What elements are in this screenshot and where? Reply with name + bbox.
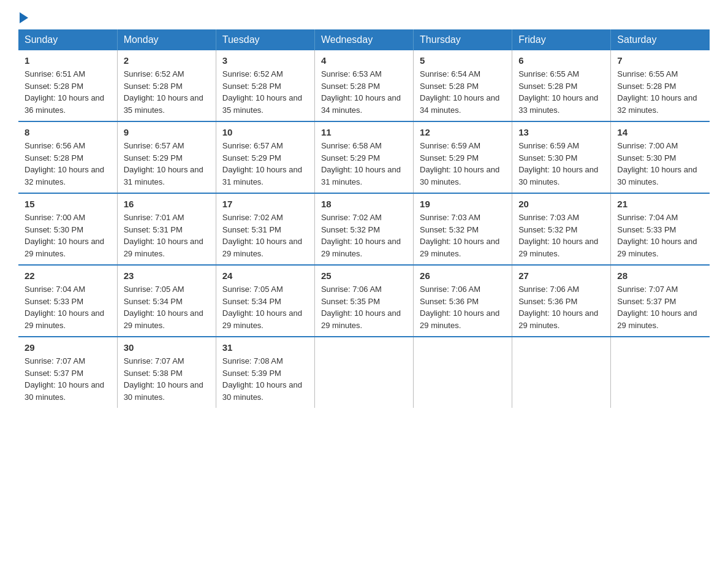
day-number: 24 bbox=[222, 270, 308, 281]
day-number: 19 bbox=[420, 199, 506, 209]
sunrise-label: Sunrise: 7:07 AM bbox=[124, 356, 184, 366]
sunset-label: Sunset: 5:39 PM bbox=[222, 369, 281, 378]
day-info: Sunrise: 6:57 AM Sunset: 5:29 PM Dayligh… bbox=[222, 140, 308, 188]
logo-arrow-icon bbox=[20, 12, 28, 23]
day-info: Sunrise: 7:07 AM Sunset: 5:37 PM Dayligh… bbox=[617, 283, 703, 331]
sunset-label: Sunset: 5:28 PM bbox=[25, 153, 83, 163]
day-number: 16 bbox=[124, 199, 210, 209]
sunset-label: Sunset: 5:28 PM bbox=[124, 82, 183, 91]
sunset-label: Sunset: 5:29 PM bbox=[321, 153, 380, 163]
sunrise-label: Sunrise: 6:52 AM bbox=[124, 69, 184, 79]
day-info: Sunrise: 7:07 AM Sunset: 5:38 PM Dayligh… bbox=[124, 355, 210, 403]
day-number: 26 bbox=[420, 270, 506, 281]
sunrise-label: Sunrise: 7:06 AM bbox=[420, 285, 480, 294]
day-info: Sunrise: 6:56 AM Sunset: 5:28 PM Dayligh… bbox=[25, 140, 111, 188]
daylight-label: Daylight: 10 hours and 29 minutes. bbox=[518, 237, 598, 258]
daylight-label: Daylight: 10 hours and 29 minutes. bbox=[617, 237, 697, 258]
sunrise-label: Sunrise: 7:08 AM bbox=[222, 356, 283, 366]
calendar-cell: 5 Sunrise: 6:54 AM Sunset: 5:28 PM Dayli… bbox=[414, 50, 512, 121]
sunrise-label: Sunrise: 6:52 AM bbox=[222, 69, 283, 79]
day-number: 11 bbox=[321, 127, 407, 137]
calendar-header-row: SundayMondayTuesdayWednesdayThursdayFrid… bbox=[18, 29, 710, 50]
sunrise-label: Sunrise: 7:07 AM bbox=[617, 285, 678, 294]
calendar-week-row: 8 Sunrise: 6:56 AM Sunset: 5:28 PM Dayli… bbox=[18, 121, 710, 193]
day-number: 31 bbox=[222, 342, 308, 353]
daylight-label: Daylight: 10 hours and 30 minutes. bbox=[518, 165, 598, 186]
daylight-label: Daylight: 10 hours and 29 minutes. bbox=[222, 237, 302, 258]
day-info: Sunrise: 7:08 AM Sunset: 5:39 PM Dayligh… bbox=[222, 355, 308, 403]
sunrise-label: Sunrise: 6:57 AM bbox=[222, 141, 283, 150]
calendar-cell: 21 Sunrise: 7:04 AM Sunset: 5:33 PM Dayl… bbox=[611, 193, 710, 265]
day-number: 13 bbox=[518, 127, 604, 137]
daylight-label: Daylight: 10 hours and 34 minutes. bbox=[420, 93, 499, 115]
calendar-cell: 30 Sunrise: 7:07 AM Sunset: 5:38 PM Dayl… bbox=[117, 337, 216, 408]
weekday-header-sunday: Sunday bbox=[18, 29, 117, 50]
sunset-label: Sunset: 5:34 PM bbox=[124, 297, 183, 306]
calendar-cell: 27 Sunrise: 7:06 AM Sunset: 5:36 PM Dayl… bbox=[512, 265, 611, 337]
calendar-cell bbox=[414, 337, 512, 408]
calendar-cell: 29 Sunrise: 7:07 AM Sunset: 5:37 PM Dayl… bbox=[18, 337, 117, 408]
day-info: Sunrise: 7:04 AM Sunset: 5:33 PM Dayligh… bbox=[25, 283, 111, 331]
daylight-label: Daylight: 10 hours and 33 minutes. bbox=[518, 93, 598, 115]
day-info: Sunrise: 6:54 AM Sunset: 5:28 PM Dayligh… bbox=[420, 68, 506, 116]
daylight-label: Daylight: 10 hours and 35 minutes. bbox=[124, 93, 203, 115]
day-info: Sunrise: 6:55 AM Sunset: 5:28 PM Dayligh… bbox=[518, 68, 604, 116]
day-number: 8 bbox=[25, 127, 111, 137]
calendar-cell: 4 Sunrise: 6:53 AM Sunset: 5:28 PM Dayli… bbox=[314, 50, 413, 121]
sunrise-label: Sunrise: 7:05 AM bbox=[222, 285, 283, 294]
day-number: 3 bbox=[222, 55, 308, 66]
day-number: 28 bbox=[617, 270, 703, 281]
day-info: Sunrise: 6:52 AM Sunset: 5:28 PM Dayligh… bbox=[222, 68, 308, 116]
sunrise-label: Sunrise: 7:00 AM bbox=[617, 141, 678, 150]
day-number: 2 bbox=[124, 55, 210, 66]
sunset-label: Sunset: 5:28 PM bbox=[321, 82, 380, 91]
day-number: 17 bbox=[222, 199, 308, 209]
calendar-week-row: 1 Sunrise: 6:51 AM Sunset: 5:28 PM Dayli… bbox=[18, 50, 710, 121]
sunset-label: Sunset: 5:28 PM bbox=[25, 82, 83, 91]
calendar-cell: 10 Sunrise: 6:57 AM Sunset: 5:29 PM Dayl… bbox=[216, 121, 314, 193]
sunrise-label: Sunrise: 7:07 AM bbox=[25, 356, 85, 366]
calendar-cell: 12 Sunrise: 6:59 AM Sunset: 5:29 PM Dayl… bbox=[414, 121, 512, 193]
daylight-label: Daylight: 10 hours and 29 minutes. bbox=[25, 308, 104, 330]
daylight-label: Daylight: 10 hours and 30 minutes. bbox=[124, 380, 203, 402]
daylight-label: Daylight: 10 hours and 29 minutes. bbox=[124, 308, 203, 330]
day-number: 25 bbox=[321, 270, 407, 281]
day-number: 14 bbox=[617, 127, 703, 137]
calendar-week-row: 22 Sunrise: 7:04 AM Sunset: 5:33 PM Dayl… bbox=[18, 265, 710, 337]
weekday-header-wednesday: Wednesday bbox=[314, 29, 413, 50]
calendar-cell: 20 Sunrise: 7:03 AM Sunset: 5:32 PM Dayl… bbox=[512, 193, 611, 265]
sunset-label: Sunset: 5:29 PM bbox=[124, 153, 183, 163]
day-info: Sunrise: 6:53 AM Sunset: 5:28 PM Dayligh… bbox=[321, 68, 407, 116]
day-info: Sunrise: 7:01 AM Sunset: 5:31 PM Dayligh… bbox=[124, 212, 210, 259]
sunrise-label: Sunrise: 6:55 AM bbox=[617, 69, 678, 79]
calendar-cell: 16 Sunrise: 7:01 AM Sunset: 5:31 PM Dayl… bbox=[117, 193, 216, 265]
day-info: Sunrise: 7:06 AM Sunset: 5:36 PM Dayligh… bbox=[518, 283, 604, 331]
calendar-cell: 6 Sunrise: 6:55 AM Sunset: 5:28 PM Dayli… bbox=[512, 50, 611, 121]
day-number: 15 bbox=[25, 199, 111, 209]
day-info: Sunrise: 6:55 AM Sunset: 5:28 PM Dayligh… bbox=[617, 68, 703, 116]
sunrise-label: Sunrise: 6:59 AM bbox=[518, 141, 579, 150]
weekday-header-friday: Friday bbox=[512, 29, 611, 50]
day-number: 18 bbox=[321, 199, 407, 209]
day-info: Sunrise: 7:03 AM Sunset: 5:32 PM Dayligh… bbox=[420, 212, 506, 259]
sunrise-label: Sunrise: 6:54 AM bbox=[420, 69, 480, 79]
sunrise-label: Sunrise: 6:51 AM bbox=[25, 69, 85, 79]
sunset-label: Sunset: 5:28 PM bbox=[420, 82, 479, 91]
calendar-table: SundayMondayTuesdayWednesdayThursdayFrid… bbox=[18, 29, 710, 408]
daylight-label: Daylight: 10 hours and 31 minutes. bbox=[222, 165, 302, 186]
weekday-header-monday: Monday bbox=[117, 29, 216, 50]
day-info: Sunrise: 6:59 AM Sunset: 5:29 PM Dayligh… bbox=[420, 140, 506, 188]
calendar-cell: 13 Sunrise: 6:59 AM Sunset: 5:30 PM Dayl… bbox=[512, 121, 611, 193]
day-info: Sunrise: 6:58 AM Sunset: 5:29 PM Dayligh… bbox=[321, 140, 407, 188]
sunrise-label: Sunrise: 6:58 AM bbox=[321, 141, 382, 150]
sunset-label: Sunset: 5:36 PM bbox=[420, 297, 479, 306]
calendar-cell bbox=[314, 337, 413, 408]
sunrise-label: Sunrise: 7:05 AM bbox=[124, 285, 184, 294]
day-info: Sunrise: 7:04 AM Sunset: 5:33 PM Dayligh… bbox=[617, 212, 703, 259]
calendar-cell: 1 Sunrise: 6:51 AM Sunset: 5:28 PM Dayli… bbox=[18, 50, 117, 121]
sunset-label: Sunset: 5:28 PM bbox=[518, 82, 577, 91]
daylight-label: Daylight: 10 hours and 29 minutes. bbox=[321, 237, 401, 258]
calendar-cell bbox=[512, 337, 611, 408]
day-number: 7 bbox=[617, 55, 703, 66]
calendar-cell: 17 Sunrise: 7:02 AM Sunset: 5:31 PM Dayl… bbox=[216, 193, 314, 265]
